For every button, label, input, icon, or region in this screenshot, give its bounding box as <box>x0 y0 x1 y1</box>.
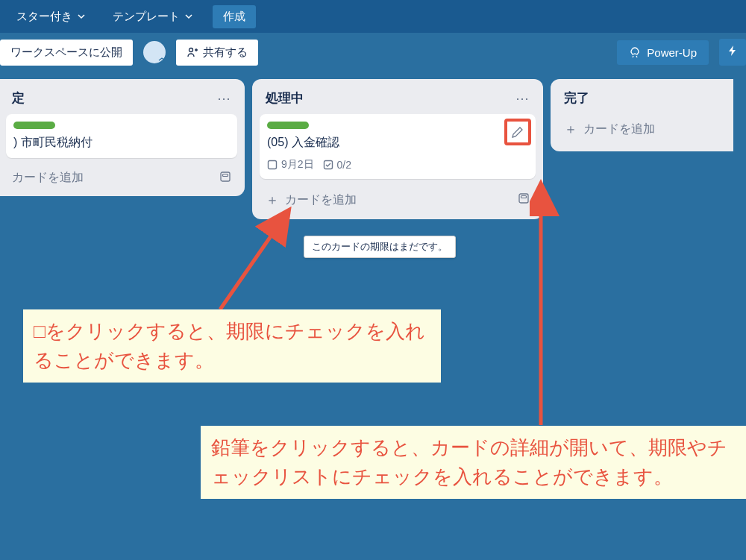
annotation-box: □をクリックすると、期限にチェックを入れることができます。 <box>23 309 441 383</box>
nav-templates[interactable]: テンプレート <box>105 5 201 28</box>
share-label: 共有する <box>203 45 248 60</box>
card-title: (05) 入金確認 <box>267 135 528 151</box>
svg-rect-3 <box>269 161 277 169</box>
card[interactable]: (05) 入金確認 9月2日 0/2 <box>260 114 536 179</box>
card[interactable]: ) 市町民税納付 <box>6 114 237 158</box>
svg-point-0 <box>189 48 193 52</box>
nav-create-label: 作成 <box>223 10 245 22</box>
due-date-text: 9月2日 <box>281 158 314 172</box>
checklist-badge: 0/2 <box>323 159 351 171</box>
powerup-button[interactable]: Power-Up <box>617 40 709 65</box>
checkbox-icon <box>267 160 278 170</box>
card-template-button[interactable] <box>518 192 530 207</box>
template-icon <box>219 171 231 183</box>
svg-rect-4 <box>324 161 332 169</box>
card-template-button[interactable] <box>219 171 231 186</box>
rocket-icon <box>629 46 641 58</box>
automation-button[interactable] <box>719 39 746 66</box>
list-menu-button[interactable]: ⋯ <box>515 90 530 107</box>
annotation-box: 鉛筆をクリックすると、カードの詳細が開いて、期限やチェックリストにチェックを入れ… <box>201 426 746 499</box>
visibility-label: ワークスペースに公開 <box>10 45 122 60</box>
svg-line-7 <box>220 213 287 309</box>
nav-create-button[interactable]: 作成 <box>213 5 256 28</box>
due-date-tooltip: このカードの期限はまだです。 <box>304 236 456 258</box>
list-title[interactable]: 完了 <box>564 89 589 107</box>
nav-templates-label: テンプレート <box>113 10 180 24</box>
list-menu-button[interactable]: ⋯ <box>217 90 231 107</box>
svg-rect-2 <box>223 174 228 176</box>
nav-starred[interactable]: スター付き <box>9 5 93 28</box>
powerup-label: Power-Up <box>647 46 697 59</box>
add-card-button[interactable]: ＋ カードを追加 <box>564 120 655 138</box>
list-done: 完了 ＋ カードを追加 <box>551 79 733 151</box>
plus-icon: ＋ <box>564 120 577 138</box>
card-label-green <box>267 122 309 129</box>
due-date-badge[interactable]: 9月2日 <box>267 158 314 172</box>
list-doing: 処理中 ⋯ (05) 入金確認 9月2日 0/2 ＋ <box>252 79 543 219</box>
list-todo: 定 ⋯ ) 市町民税納付 カードを追加 <box>0 79 245 196</box>
chevron-down-icon <box>77 12 86 21</box>
list-title[interactable]: 定 <box>12 89 25 107</box>
person-add-icon <box>186 46 198 58</box>
checklist-text: 0/2 <box>337 159 351 171</box>
pencil-icon <box>512 126 524 138</box>
template-icon <box>518 192 530 204</box>
add-card-button[interactable]: ＋ カードを追加 <box>266 191 357 209</box>
add-card-label: カードを追加 <box>583 122 655 137</box>
svg-rect-6 <box>521 196 527 198</box>
add-card-label: カードを追加 <box>12 170 84 186</box>
avatar-chevrons-icon <box>157 54 167 65</box>
add-card-button[interactable]: カードを追加 <box>12 170 84 186</box>
nav-starred-label: スター付き <box>16 10 72 24</box>
chevron-down-icon <box>184 12 193 21</box>
card-edit-button[interactable] <box>504 119 531 145</box>
plus-icon: ＋ <box>266 191 279 209</box>
checklist-icon <box>323 160 333 170</box>
list-title[interactable]: 処理中 <box>266 89 304 107</box>
workspace-visibility-button[interactable]: ワークスペースに公開 <box>0 40 133 66</box>
card-label-green <box>13 122 55 129</box>
share-button[interactable]: 共有する <box>176 40 258 66</box>
bolt-icon <box>727 45 739 57</box>
card-title: ) 市町民税納付 <box>13 135 230 151</box>
add-card-label: カードを追加 <box>285 192 357 208</box>
avatar[interactable] <box>143 41 166 63</box>
